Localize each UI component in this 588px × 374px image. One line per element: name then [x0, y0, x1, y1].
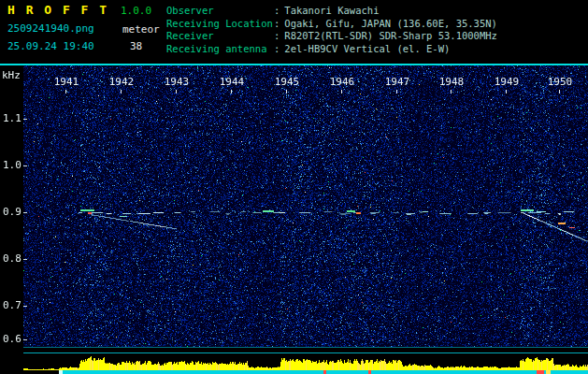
spectrogram-canvas [0, 65, 588, 374]
hrofft-window: H R O F F T 1.0.0 2509241940.png meteor … [0, 0, 588, 374]
app-version: 1.0.0 [121, 5, 151, 17]
info-value: Takanori Kawachi [280, 5, 379, 16]
info-value: 2el-HB9CV Vertical (el. E-W) [280, 43, 450, 54]
echo-count: 38 [130, 40, 142, 52]
info-row-location: Receiving Location:Ogaki, Gifu, JAPAN (1… [166, 18, 497, 31]
info-label: Receiving antenna [166, 43, 274, 56]
info-label: Receiving Location [166, 18, 274, 31]
app-title: H R O F F T [7, 3, 108, 17]
info-row-observer: Observer:Takanori Kawachi [166, 5, 497, 18]
info-label: Receiver [166, 30, 274, 43]
datetime-label: 25.09.24 19:40 [7, 40, 94, 52]
info-label: Observer [166, 5, 274, 18]
info-row-antenna: Receiving antenna:2el-HB9CV Vertical (el… [166, 43, 497, 56]
header: H R O F F T 1.0.0 2509241940.png meteor … [0, 0, 588, 64]
mode-label: meteor [122, 23, 160, 36]
info-value: Ogaki, Gifu, JAPAN (136.60E, 35.35N) [280, 18, 497, 29]
output-filename: 2509241940.png [7, 22, 94, 35]
info-value: R820T2(RTL-SDR) SDR-Sharp 53.1000MHz [280, 30, 497, 41]
observer-info-block: Observer:Takanori Kawachi Receiving Loca… [166, 5, 497, 55]
info-row-receiver: Receiver:R820T2(RTL-SDR) SDR-Sharp 53.10… [166, 30, 497, 43]
